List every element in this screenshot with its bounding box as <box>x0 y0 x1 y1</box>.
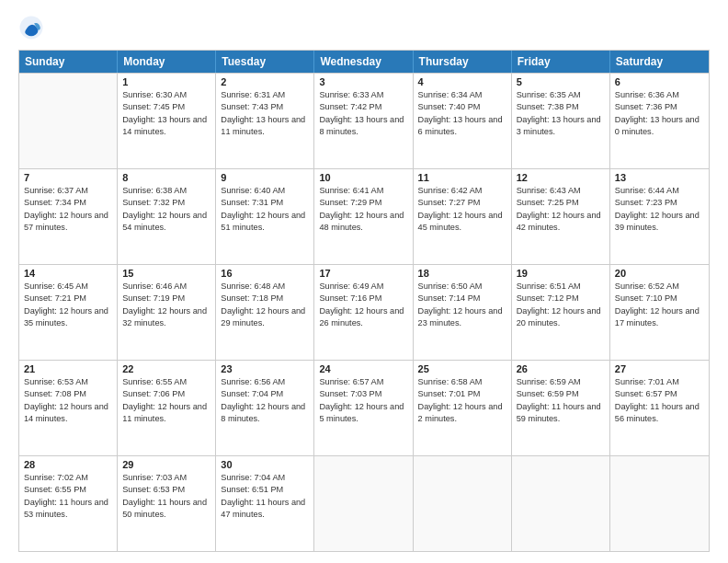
calendar-row-5: 28Sunrise: 7:02 AMSunset: 6:55 PMDayligh… <box>19 455 709 551</box>
day-number: 21 <box>24 363 112 374</box>
calendar-cell: 28Sunrise: 7:02 AMSunset: 6:55 PMDayligh… <box>19 456 118 551</box>
cell-info: Sunrise: 6:43 AM <box>517 185 605 197</box>
calendar-row-2: 7Sunrise: 6:37 AMSunset: 7:34 PMDaylight… <box>19 168 709 264</box>
cell-info: Sunset: 7:06 PM <box>122 388 210 400</box>
cell-info: Daylight: 12 hours and 23 minutes. <box>418 305 506 330</box>
cell-info: Sunset: 7:40 PM <box>418 101 506 113</box>
cell-info: Daylight: 12 hours and 2 minutes. <box>418 401 506 426</box>
cell-info: Daylight: 12 hours and 57 minutes. <box>24 210 112 235</box>
calendar-cell: 27Sunrise: 7:01 AMSunset: 6:57 PMDayligh… <box>610 361 709 455</box>
cell-info: Sunset: 7:42 PM <box>319 101 407 113</box>
calendar-cell: 30Sunrise: 7:04 AMSunset: 6:51 PMDayligh… <box>216 456 314 551</box>
calendar-cell: 6Sunrise: 6:36 AMSunset: 7:36 PMDaylight… <box>610 74 709 168</box>
cell-info: Sunrise: 6:59 AM <box>517 376 605 388</box>
cell-info: Sunrise: 6:49 AM <box>319 281 407 293</box>
calendar-cell <box>314 456 413 551</box>
cell-info: Sunset: 7:14 PM <box>418 293 506 304</box>
cal-header-friday: Friday <box>512 51 610 73</box>
calendar-cell: 14Sunrise: 6:45 AMSunset: 7:21 PMDayligh… <box>19 265 118 360</box>
cell-info: Sunset: 7:08 PM <box>24 388 112 400</box>
cal-header-sunday: Sunday <box>19 51 118 73</box>
cell-info: Daylight: 12 hours and 39 minutes. <box>615 210 704 235</box>
cell-info: Sunset: 7:16 PM <box>319 293 407 304</box>
cell-info: Daylight: 11 hours and 59 minutes. <box>517 401 605 426</box>
cell-info: Sunset: 7:25 PM <box>517 197 605 209</box>
cell-info: Daylight: 13 hours and 6 minutes. <box>418 114 506 139</box>
cell-info: Sunrise: 6:36 AM <box>615 89 704 101</box>
cal-header-tuesday: Tuesday <box>216 51 314 73</box>
cell-info: Daylight: 13 hours and 14 minutes. <box>122 114 210 139</box>
cell-info: Sunrise: 6:37 AM <box>24 185 112 197</box>
cell-info: Sunrise: 6:52 AM <box>615 281 704 293</box>
day-number: 20 <box>615 268 704 279</box>
cell-info: Daylight: 12 hours and 17 minutes. <box>615 305 704 330</box>
cell-info: Sunset: 6:55 PM <box>24 484 112 496</box>
day-number: 26 <box>517 363 605 374</box>
day-number: 18 <box>418 268 506 279</box>
cell-info: Sunrise: 7:01 AM <box>615 376 704 388</box>
page-header <box>18 15 710 40</box>
cell-info: Sunrise: 6:35 AM <box>517 89 605 101</box>
cell-info: Daylight: 13 hours and 3 minutes. <box>517 114 605 139</box>
cell-info: Sunset: 7:38 PM <box>517 101 605 113</box>
logo <box>18 15 48 40</box>
calendar-cell: 18Sunrise: 6:50 AMSunset: 7:14 PMDayligh… <box>414 265 512 360</box>
day-number: 14 <box>24 268 112 279</box>
calendar: SundayMondayTuesdayWednesdayThursdayFrid… <box>18 50 710 552</box>
cell-info: Sunset: 7:10 PM <box>615 293 704 304</box>
day-number: 10 <box>319 172 407 183</box>
calendar-cell: 19Sunrise: 6:51 AMSunset: 7:12 PMDayligh… <box>512 265 610 360</box>
day-number: 11 <box>418 172 506 183</box>
calendar-cell: 9Sunrise: 6:40 AMSunset: 7:31 PMDaylight… <box>216 169 314 264</box>
calendar-cell: 5Sunrise: 6:35 AMSunset: 7:38 PMDaylight… <box>512 74 610 168</box>
cell-info: Daylight: 13 hours and 11 minutes. <box>221 114 309 139</box>
cell-info: Daylight: 12 hours and 45 minutes. <box>418 210 506 235</box>
calendar-cell: 10Sunrise: 6:41 AMSunset: 7:29 PMDayligh… <box>314 169 413 264</box>
cal-header-monday: Monday <box>118 51 216 73</box>
calendar-header: SundayMondayTuesdayWednesdayThursdayFrid… <box>19 51 709 73</box>
calendar-cell: 1Sunrise: 6:30 AMSunset: 7:45 PMDaylight… <box>118 74 216 168</box>
cell-info: Sunrise: 6:51 AM <box>517 281 605 293</box>
day-number: 6 <box>615 76 704 87</box>
calendar-row-3: 14Sunrise: 6:45 AMSunset: 7:21 PMDayligh… <box>19 264 709 360</box>
cell-info: Sunrise: 6:41 AM <box>319 185 407 197</box>
cell-info: Daylight: 12 hours and 51 minutes. <box>221 210 309 235</box>
cell-info: Sunset: 7:27 PM <box>418 197 506 209</box>
calendar-cell: 8Sunrise: 6:38 AMSunset: 7:32 PMDaylight… <box>118 169 216 264</box>
cal-header-thursday: Thursday <box>414 51 512 73</box>
cell-info: Daylight: 12 hours and 20 minutes. <box>517 305 605 330</box>
cell-info: Sunset: 7:36 PM <box>615 101 704 113</box>
cell-info: Sunrise: 6:44 AM <box>615 185 704 197</box>
calendar-cell <box>19 74 118 168</box>
calendar-row-4: 21Sunrise: 6:53 AMSunset: 7:08 PMDayligh… <box>19 360 709 455</box>
cell-info: Sunrise: 6:45 AM <box>24 281 112 293</box>
cell-info: Daylight: 12 hours and 11 minutes. <box>122 401 210 426</box>
cell-info: Sunset: 7:18 PM <box>221 293 309 304</box>
day-number: 19 <box>517 268 605 279</box>
cell-info: Daylight: 12 hours and 42 minutes. <box>517 210 605 235</box>
day-number: 28 <box>24 459 112 470</box>
day-number: 8 <box>122 172 210 183</box>
calendar-body: 1Sunrise: 6:30 AMSunset: 7:45 PMDaylight… <box>19 73 709 551</box>
cal-header-saturday: Saturday <box>610 51 709 73</box>
cell-info: Sunset: 7:03 PM <box>319 388 407 400</box>
cell-info: Sunrise: 6:34 AM <box>418 89 506 101</box>
day-number: 3 <box>319 76 407 87</box>
calendar-cell: 16Sunrise: 6:48 AMSunset: 7:18 PMDayligh… <box>216 265 314 360</box>
cal-header-wednesday: Wednesday <box>314 51 413 73</box>
calendar-cell <box>512 456 610 551</box>
calendar-cell: 11Sunrise: 6:42 AMSunset: 7:27 PMDayligh… <box>414 169 512 264</box>
day-number: 5 <box>517 76 605 87</box>
calendar-cell: 21Sunrise: 6:53 AMSunset: 7:08 PMDayligh… <box>19 361 118 455</box>
cell-info: Sunrise: 7:02 AM <box>24 472 112 484</box>
day-number: 7 <box>24 172 112 183</box>
cell-info: Daylight: 11 hours and 47 minutes. <box>221 497 309 522</box>
cell-info: Sunrise: 6:38 AM <box>122 185 210 197</box>
day-number: 30 <box>221 459 309 470</box>
cell-info: Sunset: 7:43 PM <box>221 101 309 113</box>
day-number: 24 <box>319 363 407 374</box>
calendar-cell: 26Sunrise: 6:59 AMSunset: 6:59 PMDayligh… <box>512 361 610 455</box>
cell-info: Sunrise: 6:56 AM <box>221 376 309 388</box>
calendar-cell: 3Sunrise: 6:33 AMSunset: 7:42 PMDaylight… <box>314 74 413 168</box>
day-number: 29 <box>122 459 210 470</box>
